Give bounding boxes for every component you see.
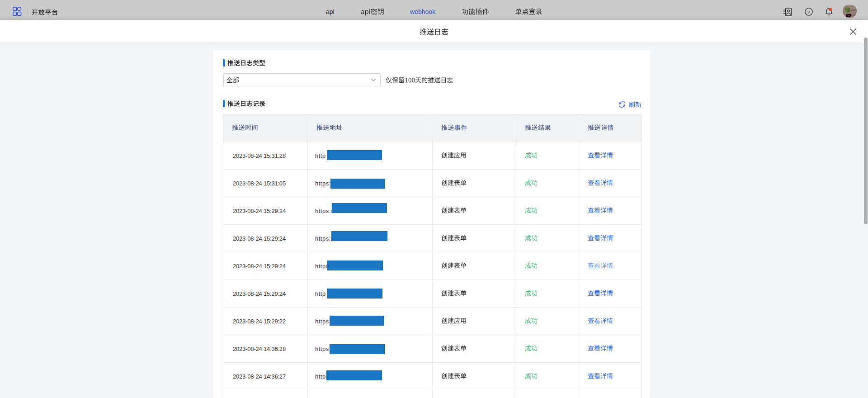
svg-text:?: ? — [807, 9, 810, 14]
